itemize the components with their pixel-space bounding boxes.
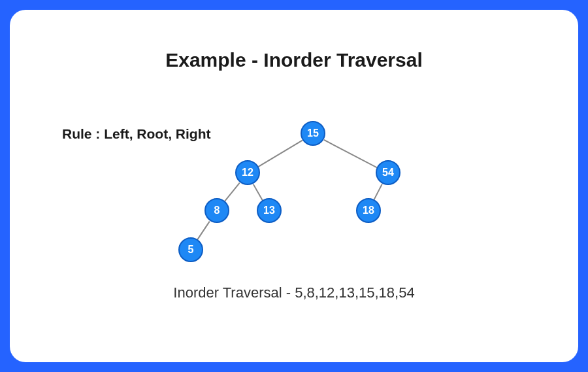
tree-edge <box>374 184 383 200</box>
tree-edge <box>253 184 264 201</box>
tree-edge <box>224 182 240 201</box>
traversal-result: Inorder Traversal - 5,8,12,13,15,18,54 <box>10 284 578 301</box>
tree-edge <box>323 139 377 168</box>
tree-edge <box>258 140 302 167</box>
tree-node-18: 18 <box>356 198 381 223</box>
tree-node-13: 13 <box>257 198 282 223</box>
tree-node-5: 5 <box>178 237 203 262</box>
tree-node-15: 15 <box>301 121 325 146</box>
tree-node-12: 12 <box>235 160 260 185</box>
diagram-card: Example - Inorder Traversal Rule : Left,… <box>10 10 578 362</box>
diagram-title: Example - Inorder Traversal <box>10 49 578 71</box>
tree-node-8: 8 <box>204 198 229 223</box>
traversal-rule: Rule : Left, Root, Right <box>62 126 210 142</box>
tree-edge <box>197 221 210 240</box>
tree-node-54: 54 <box>376 160 400 185</box>
